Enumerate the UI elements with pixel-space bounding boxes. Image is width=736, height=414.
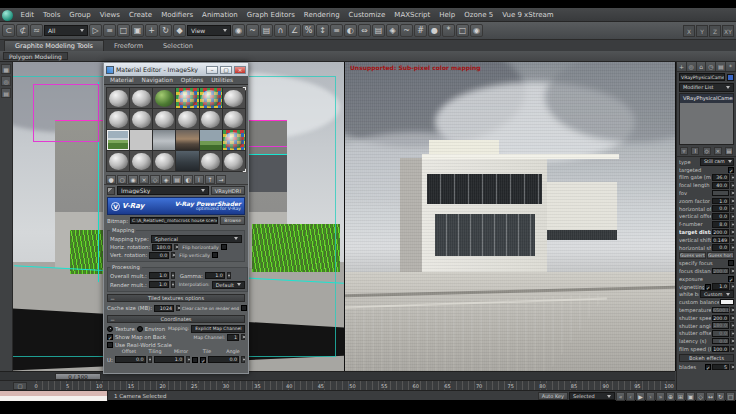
vignetting-checkbox[interactable]: ✓	[705, 284, 711, 290]
exposure-checkbox[interactable]: ✓	[728, 276, 734, 282]
menu-ozone-5[interactable]: Ozone 5	[460, 11, 498, 19]
material-slot[interactable]	[153, 109, 175, 129]
film-speed-iso-field[interactable]: 100.0	[712, 346, 729, 353]
focal-length-mm-field[interactable]: 40.0	[712, 182, 729, 189]
material-slot[interactable]	[153, 88, 175, 108]
u-tiling-field[interactable]: 1.0	[154, 356, 185, 363]
material-type-button[interactable]: VRayHDRI	[211, 186, 245, 195]
show-map-on-back-checkbox[interactable]: ✓	[107, 334, 113, 340]
flip-horizontal-checkbox[interactable]	[221, 244, 227, 250]
spinner[interactable]	[171, 272, 175, 279]
menu-views[interactable]: Views	[95, 11, 124, 19]
next-frame-icon[interactable]: ›	[646, 392, 655, 401]
configure-modifier-sets-icon[interactable]: ▤	[725, 147, 733, 155]
interpolation-dropdown[interactable]: Default	[212, 281, 245, 289]
guess-horiz-button[interactable]: Guess horiz.	[707, 252, 734, 259]
temperature-field[interactable]: 6500.0	[712, 307, 729, 314]
menu-edit[interactable]: Edit	[16, 11, 39, 19]
u-tile-checkbox[interactable]: ✓	[200, 357, 206, 363]
use-pivot-point-center-icon[interactable]: ◉	[232, 24, 245, 37]
spinner[interactable]	[148, 356, 152, 363]
make-unique-icon[interactable]: ◇	[150, 175, 160, 184]
menu-rendering[interactable]: Rendering	[299, 11, 344, 19]
select-and-manipulate-icon[interactable]: ~	[246, 24, 259, 37]
menu-group[interactable]: Group	[65, 11, 95, 19]
spinner[interactable]	[730, 198, 734, 205]
horiz-rotation-field[interactable]: 180.0	[152, 244, 172, 251]
material-slot[interactable]	[107, 109, 129, 129]
material-slot[interactable]	[153, 151, 175, 171]
reset-map-icon[interactable]: ×	[139, 175, 149, 184]
auto-key-button[interactable]: Auto Key	[538, 392, 568, 400]
custom-balance-swatch[interactable]	[720, 299, 734, 305]
menu-customize[interactable]: Customize	[344, 11, 390, 19]
me-menu-utilities[interactable]: Utilities	[207, 77, 237, 83]
reference-coordinate-system-dropdown[interactable]: View	[187, 25, 231, 36]
go-forward-to-sibling-icon[interactable]: →	[216, 175, 226, 184]
cache-size-field[interactable]: 1024	[154, 305, 174, 312]
curve-editor-icon[interactable]: ~	[400, 24, 413, 37]
modifier-list-dropdown[interactable]: Modifier List	[679, 83, 734, 92]
axis-constraint-y[interactable]: Y	[696, 25, 708, 37]
select-by-name-icon[interactable]: ≡	[103, 24, 116, 37]
spinner[interactable]	[730, 315, 734, 322]
put-to-scene-icon[interactable]: ○	[117, 175, 127, 184]
show-map-in-viewport-icon[interactable]: ◐	[183, 175, 193, 184]
spinner[interactable]	[227, 272, 231, 279]
orbit-icon[interactable]: ↻	[716, 392, 725, 401]
axis-constraint-x[interactable]: X	[683, 25, 695, 37]
spinner[interactable]	[730, 364, 734, 371]
clear-cache-checkbox[interactable]	[241, 305, 247, 311]
spinner[interactable]	[730, 244, 734, 251]
remove-modifier-icon[interactable]: ×	[714, 147, 722, 155]
spinner[interactable]	[176, 305, 180, 312]
schematic-view-icon[interactable]: #	[414, 24, 427, 37]
blades-checkbox[interactable]: ✓	[705, 364, 711, 370]
maximize-button[interactable]: ▢	[220, 66, 232, 74]
pan-icon[interactable]: ↔	[706, 392, 715, 401]
listener-row[interactable]	[0, 396, 107, 401]
horizontal-shift-field[interactable]: 0.0	[712, 244, 729, 251]
maxscript-mini-listener[interactable]	[0, 391, 108, 401]
get-material-icon[interactable]: ●	[106, 175, 116, 184]
type-dropdown[interactable]: Still cam	[700, 158, 734, 166]
texture-radio[interactable]	[107, 326, 113, 332]
shutter-offset-deg-field[interactable]: 0.0	[712, 330, 729, 337]
material-editor-icon[interactable]: ●	[428, 24, 441, 37]
spinner[interactable]	[730, 322, 734, 329]
vertical-offset-field[interactable]: 0.0	[712, 213, 729, 220]
material-slot[interactable]	[176, 88, 198, 108]
film-gate-mm-field[interactable]: 36.0	[712, 174, 729, 181]
blades-field[interactable]: 5	[712, 364, 729, 371]
ribbon-tab-selection[interactable]: Selection	[153, 41, 203, 51]
polygon-modeling-panel[interactable]: Polygon Modeling	[3, 52, 68, 60]
unlink-selection-icon[interactable]: ⊄	[16, 24, 29, 37]
time-slider[interactable]: 0 / 100	[0, 371, 675, 380]
keyboard-shortcut-override-icon[interactable]: ▤	[260, 24, 273, 37]
menu-maxscript[interactable]: MAXScript	[390, 11, 435, 19]
material-slot[interactable]	[223, 88, 245, 108]
zoom-extents-icon[interactable]: ▣	[686, 392, 695, 401]
edit-named-selection-sets-icon[interactable]: ≡	[330, 24, 343, 37]
real-world-scale-checkbox[interactable]	[107, 342, 113, 348]
tab-display[interactable]: ▤	[716, 62, 726, 71]
map-channel-field[interactable]: 1	[227, 334, 239, 341]
spinner[interactable]	[241, 334, 245, 341]
material-editor-window[interactable]: Material Editor - ImageSky – ▢ × Materia…	[103, 62, 249, 374]
align-icon[interactable]: ⇔	[358, 24, 371, 37]
bitmap-path-field[interactable]: C:\A_Relatives\_motocross house scene w	[130, 217, 218, 224]
material-slot[interactable]	[176, 109, 198, 129]
go-to-parent-icon[interactable]: ↑	[205, 175, 215, 184]
spinner[interactable]	[730, 190, 734, 197]
angle-snap-toggle-icon[interactable]: ∠	[288, 24, 301, 37]
material-slot[interactable]	[176, 151, 198, 171]
specify-focus-checkbox[interactable]	[728, 260, 734, 266]
zoom-factor-field[interactable]: 1.0	[712, 198, 729, 205]
minimize-button[interactable]: –	[206, 66, 218, 74]
material-slot[interactable]	[153, 130, 175, 150]
zoom-all-icon[interactable]: ⊞	[676, 392, 685, 401]
axis-constraint-xy[interactable]: XY	[722, 25, 734, 37]
material-name-dropdown[interactable]: ImageSky	[117, 186, 209, 195]
key-filter-button[interactable]: ▢	[13, 382, 27, 390]
spinner[interactable]	[730, 283, 734, 290]
